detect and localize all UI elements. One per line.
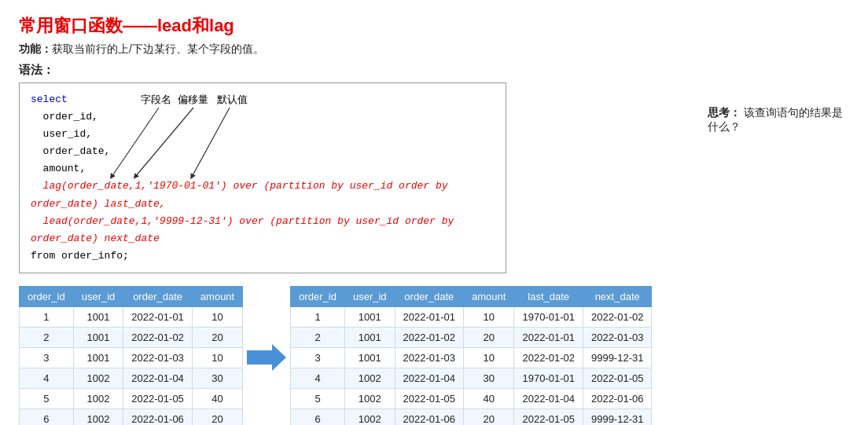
table-cell: 2022-01-03 <box>123 347 193 368</box>
table-cell: 2022-01-04 <box>514 388 583 409</box>
table-cell: 30 <box>464 368 514 388</box>
table-cell: 6 <box>20 409 74 425</box>
table-cell: 2022-01-04 <box>123 368 193 388</box>
table-cell: 2022-01-02 <box>123 327 193 347</box>
table-cell: 1002 <box>344 388 395 409</box>
table-cell: 40 <box>464 388 514 409</box>
table-row: 410022022-01-0430 <box>20 368 243 388</box>
subtitle-text: 获取当前行的上/下边某行、某个字段的值。 <box>52 42 264 55</box>
table-cell: 3 <box>291 347 345 368</box>
table-cell: 20 <box>192 327 242 347</box>
right-table-header: user_id <box>344 286 395 306</box>
table-cell: 1001 <box>344 306 395 327</box>
table-cell: 20 <box>464 327 514 347</box>
table-cell: 20 <box>464 409 514 425</box>
table-cell: 2022-01-02 <box>395 327 464 347</box>
table-cell: 1970-01-01 <box>514 368 583 388</box>
think-box: 思考： 该查询语句的结果是什么？ <box>692 82 849 134</box>
table-cell: 2022-01-01 <box>123 306 193 327</box>
right-table: order_iduser_idorder_dateamountlast_date… <box>290 286 652 425</box>
table-cell: 6 <box>291 409 345 425</box>
table-row: 310012022-01-0310 <box>20 347 243 368</box>
table-cell: 10 <box>464 306 514 327</box>
think-label: 思考： <box>708 106 741 119</box>
table-cell: 1 <box>20 306 74 327</box>
table-cell: 1001 <box>73 327 123 347</box>
table-cell: 2022-01-02 <box>583 306 652 327</box>
page-title: 常用窗口函数——lead和lag <box>19 14 849 38</box>
table-cell: 2 <box>291 327 345 347</box>
table-cell: 10 <box>192 306 242 327</box>
subtitle-prefix: 功能： <box>19 42 52 55</box>
table-cell: 2022-01-05 <box>583 368 652 388</box>
table-cell: 4 <box>20 368 74 388</box>
table-cell: 1001 <box>73 347 123 368</box>
table-row: 210012022-01-02202022-01-012022-01-03 <box>291 327 652 347</box>
table-cell: 2022-01-06 <box>123 409 193 425</box>
table-cell: 2022-01-06 <box>395 409 464 425</box>
table-cell: 2022-01-01 <box>514 327 583 347</box>
table-cell: 2022-01-02 <box>514 347 583 368</box>
table-cell: 5 <box>20 388 74 409</box>
table-row: 310012022-01-03102022-01-029999-12-31 <box>291 347 652 368</box>
table-cell: 1002 <box>344 409 395 425</box>
table-cell: 5 <box>291 388 345 409</box>
table-cell: 3 <box>20 347 74 368</box>
table-cell: 10 <box>464 347 514 368</box>
right-table-header: order_id <box>291 286 345 306</box>
table-cell: 4 <box>291 368 345 388</box>
table-cell: 1001 <box>344 327 395 347</box>
table-cell: 10 <box>192 347 242 368</box>
subtitle: 功能：获取当前行的上/下边某行、某个字段的值。 <box>19 42 849 57</box>
table-row: 510022022-01-0540 <box>20 388 243 409</box>
left-table-header: order_id <box>20 286 74 306</box>
syntax-label: 语法： <box>19 63 849 78</box>
right-table-header: amount <box>464 286 514 306</box>
table-cell: 1002 <box>73 388 123 409</box>
table-cell: 2022-01-04 <box>395 368 464 388</box>
table-row: 210012022-01-0220 <box>20 327 243 347</box>
table-cell: 2022-01-06 <box>583 388 652 409</box>
table-row: 610022022-01-06202022-01-059999-12-31 <box>291 409 652 425</box>
table-row: 110012022-01-01101970-01-012022-01-02 <box>291 306 652 327</box>
table-cell: 20 <box>192 409 242 425</box>
table-cell: 40 <box>192 388 242 409</box>
right-table-header: next_date <box>583 286 652 306</box>
table-cell: 2022-01-03 <box>395 347 464 368</box>
table-cell: 1 <box>291 306 345 327</box>
left-table: order_iduser_idorder_dateamount 11001202… <box>19 286 243 425</box>
code-box: select order_id, user_id, order_date, am… <box>19 82 506 273</box>
table-cell: 30 <box>192 368 242 388</box>
table-cell: 1002 <box>73 409 123 425</box>
left-table-header: amount <box>192 286 242 306</box>
table-row: 110012022-01-0110 <box>20 306 243 327</box>
arrow-area <box>243 344 290 371</box>
table-cell: 1002 <box>73 368 123 388</box>
table-row: 610022022-01-0620 <box>20 409 243 425</box>
table-cell: 2022-01-05 <box>514 409 583 425</box>
svg-marker-6 <box>247 344 286 371</box>
right-table-header: order_date <box>395 286 464 306</box>
table-cell: 9999-12-31 <box>583 347 652 368</box>
table-row: 410022022-01-04301970-01-012022-01-05 <box>291 368 652 388</box>
tables-area: order_iduser_idorder_dateamount 11001202… <box>19 286 692 425</box>
table-cell: 1001 <box>73 306 123 327</box>
table-cell: 1002 <box>344 368 395 388</box>
left-table-header: user_id <box>73 286 123 306</box>
table-cell: 1970-01-01 <box>514 306 583 327</box>
table-cell: 2022-01-01 <box>395 306 464 327</box>
right-arrow-icon <box>247 344 286 371</box>
table-cell: 9999-12-31 <box>583 409 652 425</box>
table-cell: 1001 <box>344 347 395 368</box>
table-cell: 2022-01-03 <box>583 327 652 347</box>
table-row: 510022022-01-05402022-01-042022-01-06 <box>291 388 652 409</box>
table-cell: 2022-01-05 <box>395 388 464 409</box>
table-cell: 2 <box>20 327 74 347</box>
right-table-header: last_date <box>514 286 583 306</box>
table-cell: 2022-01-05 <box>123 388 193 409</box>
left-table-header: order_date <box>123 286 193 306</box>
